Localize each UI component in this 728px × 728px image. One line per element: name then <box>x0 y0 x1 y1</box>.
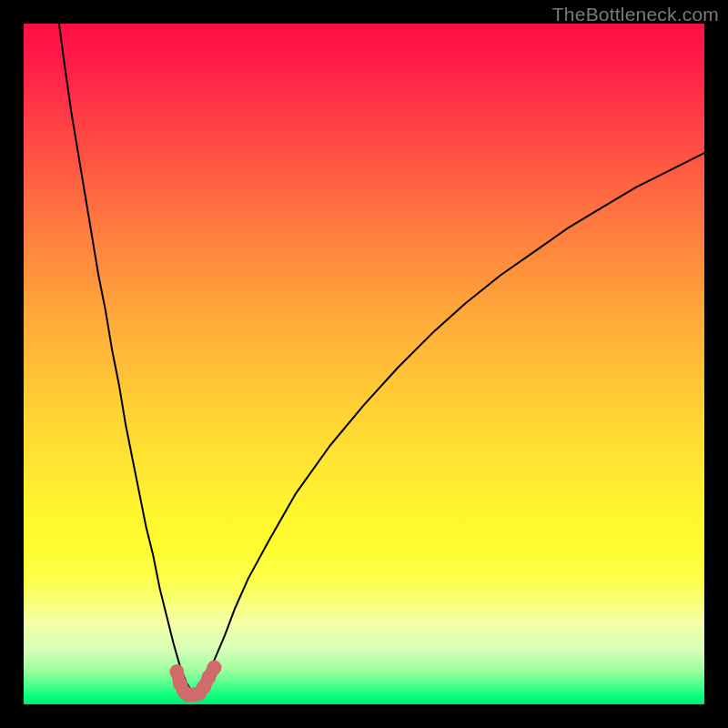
svg-point-8 <box>207 661 221 675</box>
chart-svg <box>24 24 704 704</box>
trough-highlight <box>169 661 221 703</box>
svg-point-0 <box>169 664 184 679</box>
chart-plot-area <box>24 24 704 704</box>
watermark-text: TheBottleneck.com <box>552 4 719 25</box>
bottleneck-curve <box>59 24 704 694</box>
